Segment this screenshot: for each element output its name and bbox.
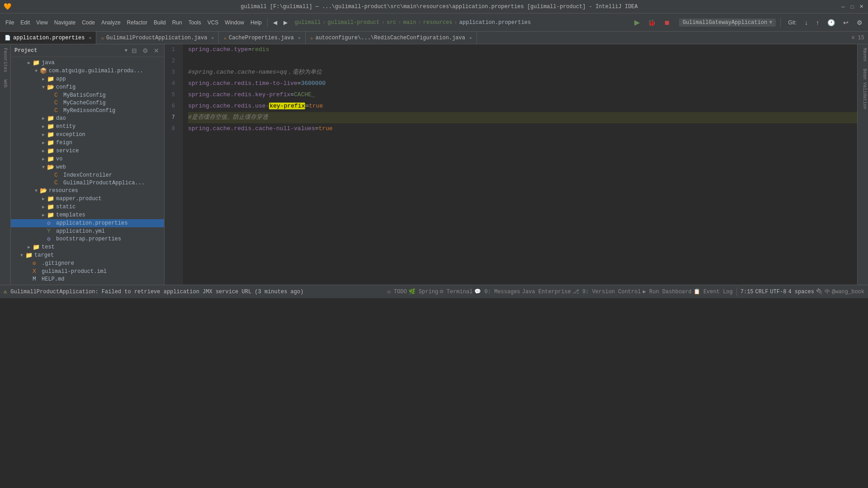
tree-arrow-templates[interactable]: ▶ [40,212,47,218]
tree-mybatisconfig[interactable]: C MyBatisConfig [11,91,164,99]
minimize-button[interactable]: ─ [840,4,846,10]
tree-arrow-app[interactable]: ▶ [40,76,47,82]
git-history[interactable]: 🕐 [825,16,838,29]
menu-vcs[interactable]: VCS [205,16,222,29]
tree-iml[interactable]: X gulimall-product.iml [11,267,164,275]
status-encoding[interactable]: UTF-8 [770,289,786,295]
tree-service-folder[interactable]: ▶ 📁 service [11,147,164,155]
tree-gulimall-app[interactable]: C GulimallProductApplica... [11,179,164,187]
menu-view[interactable]: View [33,16,51,29]
menu-file[interactable]: File [3,16,17,29]
tab-gulimall-product-app[interactable]: ☕ GulimallProductApplication.java ✕ [96,32,219,44]
status-spring[interactable]: 🌿 Spring [409,288,438,295]
close-button[interactable]: ✕ [858,4,864,10]
tree-arrow-com[interactable]: ▼ [33,69,40,74]
tree-feign-folder[interactable]: ▶ 📁 feign [11,139,164,147]
tree-arrow-target[interactable]: ▼ [18,253,25,258]
tree-app-folder[interactable]: ▶ 📁 app [11,75,164,83]
tree-entity-folder[interactable]: ▶ 📁 entity [11,122,164,131]
tab-redis-cache-config[interactable]: ☕ autoconfigure\...\RedisCacheConfigurat… [306,32,477,44]
status-indent[interactable]: 4 spaces [788,289,814,295]
git-update[interactable]: ↓ [802,16,811,29]
sidebar-collapse-btn[interactable]: ⊟ [130,47,138,54]
status-run-dashboard[interactable]: ▶ Run Dashboard [643,288,692,295]
maximize-button[interactable]: □ [849,4,855,10]
tree-arrow-mapper[interactable]: ▶ [40,196,47,202]
tree-arrow-feign[interactable]: ▶ [40,140,47,145]
tab-close-app-props[interactable]: ✕ [89,35,91,41]
tree-app-yml[interactable]: Y application.yml [11,227,164,235]
status-todo[interactable]: ☑ TODO [387,288,407,295]
tree-gitignore[interactable]: ⊙ .gitignore [11,259,164,267]
tree-dao-folder[interactable]: ▶ 📁 dao [11,114,164,122]
breadcrumb-resources[interactable]: resources [423,19,453,26]
menu-run[interactable]: Run [170,16,185,29]
tree-resources-folder[interactable]: ▼ 📂 resources [11,187,164,195]
tree-templates-folder[interactable]: ▶ 📁 templates [11,211,164,219]
menu-window[interactable]: Window [222,16,247,29]
tab-application-properties[interactable]: 📄 application.properties ✕ [0,32,96,44]
breadcrumb-main[interactable]: main [403,19,416,26]
tree-exception-folder[interactable]: ▶ 📁 exception [11,131,164,139]
menu-edit[interactable]: Edit [18,16,33,29]
tree-arrow-java[interactable]: ▶ [25,60,33,66]
run-button[interactable]: ▶ [632,16,642,29]
git-push[interactable]: ↑ [813,16,822,29]
breadcrumb-gulimall[interactable]: gulimall [295,19,321,26]
tree-bootstrap-props[interactable]: ⚙ bootstrap.properties [11,235,164,243]
run-config-selector[interactable]: GulimallGatewayApplication ▼ [679,19,776,27]
tree-app-properties[interactable]: ⚙ application.properties [11,219,164,227]
tab-close-redis-config[interactable]: ✕ [469,35,472,41]
tree-arrow-service[interactable]: ▶ [40,148,47,154]
tree-config-folder[interactable]: ▼ 📂 config [11,83,164,91]
right-bar-bean-validation[interactable]: Bean Validation [858,65,868,113]
left-bar-favorites[interactable]: Favorites [3,48,8,72]
settings-button[interactable]: ⚙ [854,16,865,29]
status-position[interactable]: 7:15 [741,289,754,295]
tree-java-folder[interactable]: ▶ 📁 java [11,59,164,67]
tree-test-folder[interactable]: ▶ 📁 test [11,243,164,251]
menu-refactor[interactable]: Refactor [124,16,150,29]
sidebar-settings-btn[interactable]: ⚙ [141,47,150,54]
tree-arrow-resources[interactable]: ▼ [33,188,40,193]
tree-web-folder[interactable]: ▼ 📂 web [11,163,164,171]
tree-helpmd[interactable]: M HELP.md [11,275,164,283]
code-editor[interactable]: spring.cache.type=redis #spring.cache.ca… [183,44,857,285]
tree-com-package[interactable]: ▼ 📦 com.atguigu.gulimall.produ... [11,67,164,75]
breadcrumb-product[interactable]: gulimall-product [328,19,380,26]
menu-help[interactable]: Help [248,16,264,29]
tree-myredissonconfig[interactable]: C MyRedissonConfig [11,107,164,114]
breadcrumb-src[interactable]: src [387,19,396,26]
menu-navigate[interactable]: Navigate [52,16,78,29]
breadcrumb-current-file[interactable]: application.properties [459,19,531,26]
left-bar-web[interactable]: Web [3,80,8,88]
tree-target-folder[interactable]: ▼ 📁 target [11,251,164,259]
status-messages[interactable]: 💬 0: Messages [474,288,520,295]
tree-indexcontroller[interactable]: C IndexController [11,171,164,179]
tree-arrow-test[interactable]: ▶ [25,244,33,250]
status-event-log[interactable]: 📋 Event Log [693,288,733,295]
tree-arrow-dao[interactable]: ▶ [40,116,47,121]
status-terminal[interactable]: ⊡ Terminal [440,288,472,295]
tab-close-cache-props[interactable]: ✕ [298,35,301,41]
forward-button[interactable]: ▶ [281,16,290,29]
tree-mycacheconfig[interactable]: C MyCacheConfig [11,99,164,107]
tab-close-product-app[interactable]: ✕ [211,35,214,41]
tree-arrow-static[interactable]: ▶ [40,204,47,210]
right-bar-maven[interactable]: Maven [858,44,868,65]
tree-arrow-exception[interactable]: ▶ [40,132,47,137]
status-java-enterprise[interactable]: Java Enterprise [522,289,571,295]
tree-mapper-product[interactable]: ▶ 📁 mapper.product [11,195,164,203]
editor-content[interactable]: 1 2 3 4 5 6 7 8 spring.cache.type=redis [165,44,857,285]
sidebar-close-btn[interactable]: ✕ [152,47,160,54]
tree-arrow-config[interactable]: ▼ [40,85,47,90]
stop-button[interactable]: ⏹ [661,16,673,29]
status-line-ending[interactable]: CRLF [755,289,769,295]
tree-arrow-vo[interactable]: ▶ [40,156,47,162]
tree-static-folder[interactable]: ▶ 📁 static [11,203,164,211]
debug-button[interactable]: 🐞 [645,16,658,29]
back-button[interactable]: ◀ [270,16,280,29]
menu-build[interactable]: Build [151,16,169,29]
git-revert[interactable]: ↩ [840,16,851,29]
menu-tools[interactable]: Tools [186,16,204,29]
